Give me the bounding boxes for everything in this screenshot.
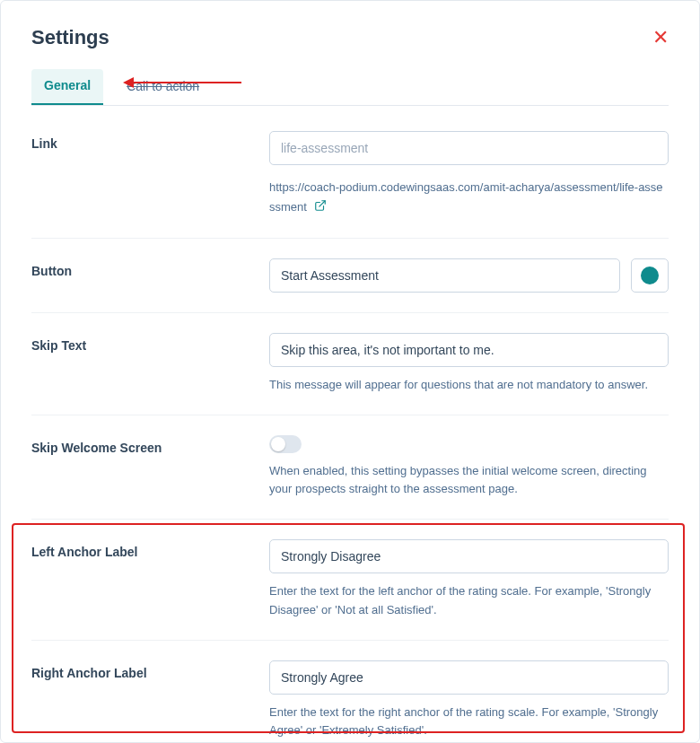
row-skip-text: Skip Text This message will appear for q… — [31, 313, 669, 415]
row-link: Link https://coach-podium.codewingsaas.c… — [31, 111, 669, 239]
left-anchor-input[interactable] — [269, 539, 669, 573]
close-button[interactable]: ✕ — [652, 28, 669, 48]
row-right-anchor: Right Anchor Label Enter the text for th… — [31, 641, 669, 743]
link-url-text: https://coach-podium.codewingsaas.com/am… — [269, 180, 663, 214]
button-text-input[interactable] — [269, 258, 620, 293]
link-url-row: https://coach-podium.codewingsaas.com/am… — [269, 178, 669, 218]
right-anchor-input[interactable] — [269, 660, 669, 695]
row-left-anchor: Left Anchor Label Enter the text for the… — [31, 520, 669, 641]
page-title: Settings — [31, 26, 669, 49]
left-anchor-label: Left Anchor Label — [31, 539, 269, 620]
tab-general[interactable]: General — [31, 69, 103, 105]
skip-welcome-label: Skip Welcome Screen — [31, 435, 269, 500]
external-link-icon[interactable] — [314, 198, 327, 218]
close-icon: ✕ — [652, 26, 669, 48]
settings-panel: Settings ✕ General Call to action Link h… — [0, 0, 700, 743]
skip-text-input[interactable] — [269, 333, 669, 367]
button-color-picker[interactable] — [631, 258, 669, 293]
tab-call-to-action[interactable]: Call to action — [114, 70, 212, 104]
row-button: Button — [31, 239, 669, 313]
button-label: Button — [31, 258, 269, 293]
color-swatch-icon — [641, 267, 659, 284]
right-anchor-label: Right Anchor Label — [31, 660, 269, 741]
skip-text-label: Skip Text — [31, 333, 269, 395]
row-skip-welcome: Skip Welcome Screen When enabled, this s… — [31, 415, 669, 520]
svg-line-0 — [319, 200, 324, 205]
right-anchor-help: Enter the text for the right anchor of t… — [269, 704, 669, 741]
skip-text-help: This message will appear for questions t… — [269, 376, 669, 395]
link-label: Link — [31, 131, 269, 218]
tabs: General Call to action — [31, 69, 669, 106]
left-anchor-help: Enter the text for the left anchor of th… — [269, 582, 669, 620]
link-input[interactable] — [269, 131, 669, 165]
skip-welcome-toggle[interactable] — [269, 435, 302, 453]
skip-welcome-help: When enabled, this setting bypasses the … — [269, 462, 669, 500]
toggle-knob-icon — [271, 437, 285, 451]
form: Link https://coach-podium.codewingsaas.c… — [31, 111, 669, 743]
